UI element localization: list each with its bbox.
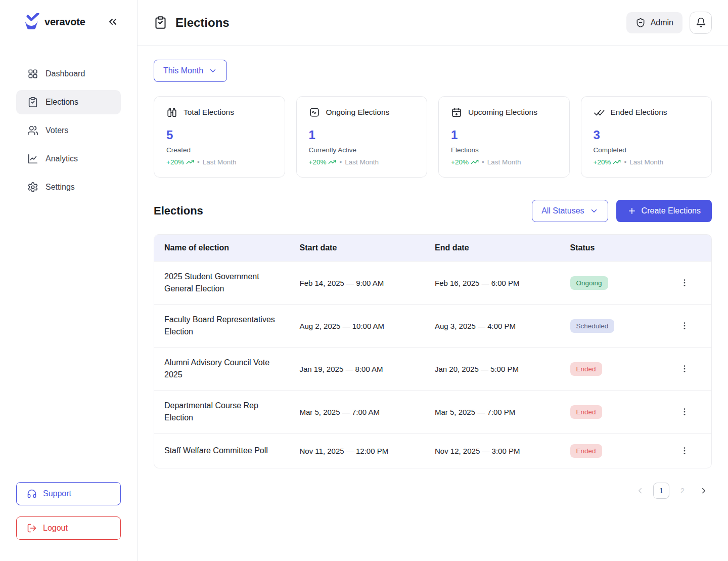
create-elections-button[interactable]: Create Elections [616, 200, 712, 222]
period-filter-dropdown[interactable]: This Month [154, 60, 227, 82]
stat-value: 1 [309, 128, 415, 142]
sidebar-item-label: Analytics [46, 154, 78, 163]
stat-card-ended-elections: Ended Elections 3 Completed +20% • Last … [581, 96, 712, 178]
status-filter-label: All Statuses [541, 206, 584, 215]
trend-up-icon [186, 158, 194, 166]
stat-title: Total Elections [184, 108, 234, 117]
stat-change: +20% [451, 158, 469, 166]
line-chart-icon [27, 153, 38, 164]
support-label: Support [43, 489, 71, 498]
sidebar-item-settings[interactable]: Settings [16, 175, 121, 199]
headset-icon [27, 489, 37, 499]
logout-icon [27, 523, 37, 533]
dot-separator: • [339, 158, 342, 166]
binoculars-icon [166, 107, 177, 118]
chevron-right-icon [699, 486, 708, 495]
sidebar-bottom: Support Logout [0, 482, 137, 561]
activity-square-icon [309, 107, 320, 118]
sidebar: veravote Dashboard [0, 0, 138, 561]
sidebar-item-dashboard[interactable]: Dashboard [16, 62, 121, 86]
veravote-logo-icon [23, 13, 40, 30]
row-actions-button[interactable] [676, 361, 693, 377]
main-area: Elections Admin [138, 0, 728, 561]
election-start: Feb 14, 2025 — 9:00 AM [298, 270, 433, 296]
stat-subtitle: Created [166, 146, 272, 154]
logout-button[interactable]: Logout [16, 516, 121, 540]
app-root: veravote Dashboard [0, 0, 728, 561]
kebab-menu-icon [679, 407, 690, 417]
row-actions-button[interactable] [676, 404, 693, 420]
trend-up-icon [613, 158, 621, 166]
stat-subtitle: Currently Active [309, 146, 415, 154]
row-actions-button[interactable] [676, 443, 693, 459]
sidebar-item-elections[interactable]: Elections [16, 90, 121, 114]
election-end: Mar 5, 2025 — 7:00 PM [433, 399, 568, 425]
stat-change: +20% [309, 158, 327, 166]
kebab-menu-icon [679, 446, 690, 456]
page-title: Elections [175, 16, 230, 30]
election-start: Aug 2, 2025 — 10:00 AM [298, 313, 433, 339]
election-start: Nov 11, 2025 — 12:00 PM [298, 438, 433, 464]
status-badge: Scheduled [570, 319, 615, 333]
shield-icon [635, 18, 646, 28]
election-name: Staff Welfare Committee Poll [162, 436, 298, 466]
stat-period: Last Month [203, 158, 237, 166]
logo: veravote [23, 13, 85, 30]
plus-icon [627, 206, 636, 215]
stat-period: Last Month [345, 158, 379, 166]
column-header-name: Name of election [162, 235, 298, 261]
table-row: Departmental Course Rep Election Mar 5, … [154, 390, 711, 433]
page-number-2[interactable]: 2 [674, 483, 691, 499]
calendar-icon [451, 107, 462, 118]
notifications-button[interactable] [690, 12, 712, 34]
trend-up-icon [471, 158, 479, 166]
table-row: Staff Welfare Committee Poll Nov 11, 202… [154, 433, 711, 468]
election-name: 2025 Student Government General Election [162, 262, 298, 304]
sidebar-item-voters[interactable]: Voters [16, 118, 121, 143]
page-number-1[interactable]: 1 [653, 483, 669, 499]
sidebar-item-label: Elections [46, 98, 78, 107]
stat-card-upcoming-elections: Upcoming Elections 1 Elections +20% • La… [438, 96, 570, 178]
election-end: Aug 3, 2025 — 4:00 PM [433, 313, 568, 339]
table-row: 2025 Student Government General Election… [154, 261, 711, 304]
kebab-menu-icon [679, 364, 690, 374]
topbar-left: Elections [154, 16, 230, 30]
stat-subtitle: Completed [594, 146, 700, 154]
column-header-status: Status [568, 235, 666, 261]
stat-cards: Total Elections 5 Created +20% • Last Mo… [154, 96, 712, 178]
stat-title: Ongoing Elections [326, 108, 390, 117]
clipboard-icon [27, 97, 38, 108]
support-button[interactable]: Support [16, 482, 121, 505]
next-page-button[interactable] [696, 483, 712, 499]
stat-value: 3 [594, 128, 700, 142]
users-icon [27, 125, 38, 136]
clipboard-title-icon [154, 16, 167, 29]
row-actions-button[interactable] [676, 275, 693, 291]
stat-change: +20% [166, 158, 184, 166]
bell-icon [696, 17, 706, 28]
election-end: Jan 20, 2025 — 5:00 PM [433, 356, 568, 382]
column-header-start: Start date [298, 235, 433, 261]
sidebar-item-analytics[interactable]: Analytics [16, 147, 121, 171]
election-name: Departmental Course Rep Election [162, 391, 298, 433]
status-filter-dropdown[interactable]: All Statuses [532, 200, 608, 222]
kebab-menu-icon [679, 321, 690, 331]
pagination: 1 2 [154, 483, 712, 499]
chevron-down-icon [589, 206, 599, 215]
stat-card-ongoing-elections: Ongoing Elections 1 Currently Active +20… [296, 96, 428, 178]
sidebar-item-label: Voters [46, 126, 68, 135]
sidebar-collapse-button[interactable] [107, 16, 119, 28]
dot-separator: • [482, 158, 484, 166]
topbar: Elections Admin [138, 0, 728, 46]
dashboard-grid-icon [27, 68, 38, 79]
previous-page-button[interactable] [632, 483, 648, 499]
row-actions-button[interactable] [676, 318, 693, 334]
logo-text: veravote [44, 16, 85, 28]
election-end: Feb 16, 2025 — 6:00 PM [433, 270, 568, 296]
admin-label: Admin [651, 18, 673, 27]
column-header-actions [665, 235, 703, 261]
trend-up-icon [328, 158, 336, 166]
kebab-menu-icon [679, 278, 690, 288]
admin-button[interactable]: Admin [626, 12, 682, 33]
double-check-icon [594, 107, 605, 118]
